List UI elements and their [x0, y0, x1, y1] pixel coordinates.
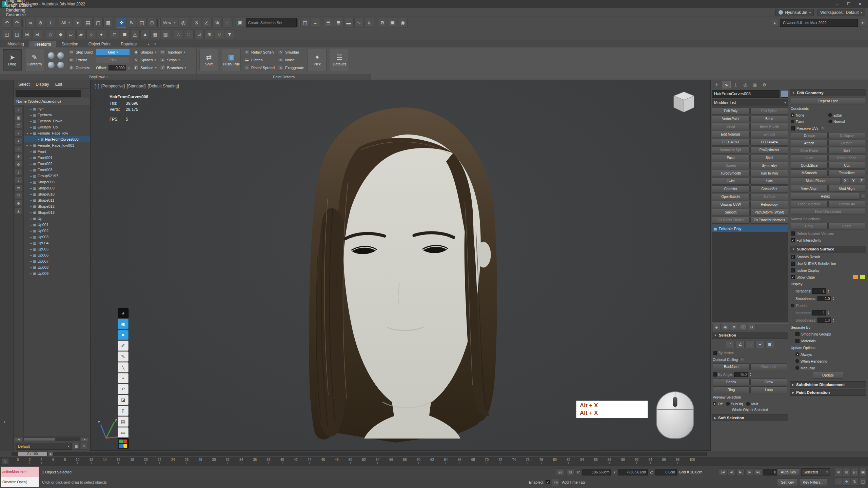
visibility-dot-icon[interactable]: ●: [30, 181, 32, 183]
occluded-button[interactable]: Occluded: [750, 363, 787, 370]
custom-tool-icon-16[interactable]: ▧: [161, 29, 170, 39]
ribbon-tab[interactable]: Object Paint: [84, 41, 115, 47]
ribbon-tab[interactable]: Selection: [57, 41, 83, 47]
explorer-item[interactable]: ● ▦ Up009: [24, 270, 90, 277]
toggle-layer-explorer-icon[interactable]: ≣: [334, 18, 343, 27]
relax-settings-icon[interactable]: □: [861, 194, 865, 199]
modifier-button[interactable]: OpenSubdiv: [712, 193, 750, 200]
explorer-menu-item[interactable]: Edit: [53, 82, 65, 87]
menu-item[interactable]: Graph Editors: [3, 3, 35, 8]
visibility-dot-icon[interactable]: ●: [30, 187, 32, 189]
clear-all-icon[interactable]: ▯: [118, 406, 129, 416]
render-smoothness-spinner[interactable]: 1.0: [817, 318, 831, 323]
go-to-end-icon[interactable]: ▶|: [754, 468, 762, 476]
constraint-radio[interactable]: Normal: [828, 119, 865, 124]
isolate-selection-icon[interactable]: ◎: [556, 468, 564, 476]
spinner-snap-icon[interactable]: ↕: [222, 18, 232, 27]
offset-spinner[interactable]: 0.000: [108, 65, 126, 70]
undo-icon[interactable]: ↶: [2, 18, 12, 27]
visibility-dot-icon[interactable]: ●: [30, 242, 32, 244]
visibility-dot-icon[interactable]: ●: [30, 169, 32, 171]
ribbon-tab[interactable]: Populate: [116, 41, 141, 47]
menu-item[interactable]: Animation: [3, 0, 35, 3]
display-tab-icon[interactable]: ▥: [750, 81, 759, 88]
selection-rollout-header[interactable]: ▼ Selection: [712, 332, 788, 339]
head-model-canvas[interactable]: [91, 80, 710, 450]
by-angle-spinner[interactable]: 45.0: [734, 372, 748, 377]
shrink-button[interactable]: Shrink: [713, 379, 750, 385]
custom-tool-icon-1[interactable]: ◰: [2, 29, 12, 39]
ribbon-minimize-icon[interactable]: ▴: [146, 42, 151, 46]
named-selection-button[interactable]: Copy: [791, 223, 828, 229]
custom-tool-icon-17[interactable]: ∴: [174, 29, 183, 39]
subdivision-surface-rollout-header[interactable]: ▼ Subdivision Surface: [790, 246, 866, 252]
explorer-search-input[interactable]: [16, 90, 81, 97]
visibility-dot-icon[interactable]: ●: [30, 254, 32, 257]
edit-geometry-button[interactable]: QuickSlice: [791, 162, 828, 169]
visibility-dot-icon[interactable]: ●: [30, 224, 32, 226]
visibility-dot-icon[interactable]: ●: [30, 236, 32, 238]
draw-on-grid-dropdown[interactable]: Grid▾: [96, 49, 130, 55]
ribbon-tab[interactable]: Modeling: [3, 41, 29, 47]
viewcube[interactable]: [671, 88, 696, 115]
custom-tool-icon-14[interactable]: ▲: [140, 29, 150, 39]
rendered-frame-window-icon[interactable]: ▣: [388, 18, 397, 27]
modifier-button[interactable]: Extrude: [750, 131, 788, 138]
explorer-pick-icon[interactable]: ✛: [15, 161, 22, 168]
hide-button[interactable]: Hide Selected: [791, 201, 828, 207]
edit-geometry-button[interactable]: Create: [791, 132, 828, 139]
explorer-filter-icon[interactable]: ▽: [15, 192, 22, 199]
align-icon[interactable]: ≡: [311, 18, 320, 27]
add-time-tag[interactable]: Add Time Tag: [562, 480, 585, 484]
by-angle-checkbox[interactable]: [713, 372, 717, 377]
panel-collapse-icon[interactable]: ▸: [4, 420, 6, 424]
ribbon-options-icon[interactable]: ▾: [153, 42, 158, 46]
select-object-icon[interactable]: ➤: [73, 18, 82, 27]
named-selection-set-field[interactable]: Create Selection Set: [246, 18, 297, 27]
modifier-button[interactable]: Smooth: [712, 209, 750, 216]
current-frame-field[interactable]: 0: [763, 469, 778, 475]
expand-arrow-icon[interactable]: ▾: [26, 132, 29, 135]
explorer-select-all-icon[interactable]: ▣: [15, 114, 22, 121]
explorer-item[interactable]: ● ▦ Up008: [24, 264, 90, 270]
element-mode-icon[interactable]: ◼: [765, 341, 774, 348]
create-tab-icon[interactable]: ✛: [712, 81, 721, 88]
modifier-button[interactable]: Unwrap UVW: [712, 201, 750, 208]
visibility-dot-icon[interactable]: ●: [30, 108, 32, 110]
explorer-item[interactable]: ● ▦ Up001: [24, 222, 90, 228]
dot-tool-icon[interactable]: •: [118, 373, 129, 383]
edit-geometry-button[interactable]: Attach: [791, 140, 828, 146]
toolbar-icon[interactable]: [114, 19, 116, 27]
show-end-result-icon[interactable]: ▣: [721, 324, 729, 330]
explorer-item[interactable]: ● ▦ Shape013: [24, 209, 90, 216]
modifier-button[interactable]: Edit Normals: [712, 131, 750, 138]
explorer-item[interactable]: ▾ ● ▦ Female_Face_low: [24, 130, 90, 136]
backface-button[interactable]: Backface: [713, 363, 750, 370]
pen-color-red[interactable]: [123, 440, 127, 443]
modifier-button[interactable]: Chamfer: [712, 185, 750, 192]
edit-geometry-button[interactable]: Collapse: [828, 132, 865, 139]
undo-annotation-icon[interactable]: ↶: [118, 384, 129, 394]
visibility-dot-icon[interactable]: ●: [30, 205, 32, 208]
pen-tool-icon[interactable]: ✎: [118, 351, 129, 362]
eraser-tool-icon[interactable]: ◪: [118, 395, 129, 405]
set-key-button[interactable]: Set Key: [777, 479, 798, 486]
viewport-menu-pov[interactable]: [Perspective]: [101, 84, 125, 88]
constraint-radio[interactable]: Face: [791, 119, 828, 124]
explorer-item[interactable]: ● ▦ Group52197: [24, 173, 90, 179]
toolbar-icon[interactable]: [233, 19, 235, 27]
sign-in-menu[interactable]: Hyunsuk Jin ▾: [775, 9, 814, 16]
edit-geometry-button[interactable]: Cut: [828, 162, 865, 169]
update-option-radio[interactable]: When Rendering: [795, 358, 865, 364]
polydraw-tool-button[interactable]: ⊘Optimize: [68, 64, 93, 71]
explorer-sort-icon[interactable]: ↕: [15, 169, 22, 176]
percent-snap-icon[interactable]: %: [212, 18, 222, 27]
explorer-select-invert-icon[interactable]: ◐: [15, 130, 22, 137]
close-button[interactable]: ✕: [854, 0, 866, 8]
ring-button[interactable]: Ring: [713, 386, 750, 393]
visibility-dot-icon[interactable]: ●: [30, 114, 32, 116]
custom-tool-icon-20[interactable]: ≋: [204, 29, 214, 39]
explorer-freeze-icon[interactable]: ❄: [15, 153, 22, 160]
toolbar-icon[interactable]: [56, 19, 58, 27]
edit-geometry-rollout-header[interactable]: ▼ Edit Geometry: [790, 89, 866, 96]
